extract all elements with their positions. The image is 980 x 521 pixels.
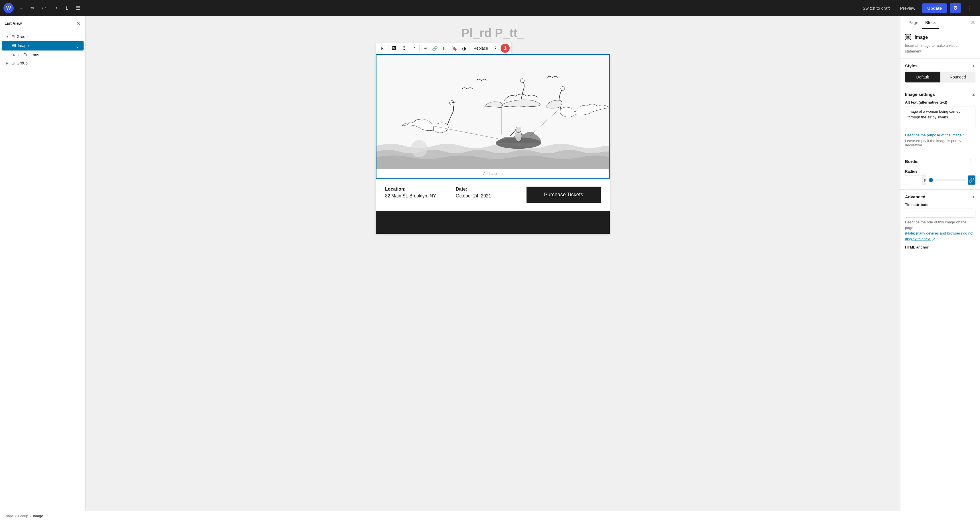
toggle-icon: ▶ [5,62,10,65]
chevron-up-icon: ▲ [972,92,975,97]
select-parent-button[interactable]: ⊡ [378,44,387,53]
border-more-button[interactable]: ⋮ [966,157,975,166]
border-header[interactable]: Border ⋮ [905,157,975,166]
image-block[interactable]: Add caption [376,54,610,178]
left-sidebar: List View ✕ ▾ ⊞ Group 🖼 Image ⋮ ▶ ⊟ Colu… [0,16,86,511]
breadcrumb-group[interactable]: Group [18,514,28,518]
breadcrumb-image: Image [33,514,43,518]
describe-link[interactable]: Describe the purpose of the image [905,133,962,137]
style-default-button[interactable]: Default [905,72,940,83]
breadcrumb-sep-2: › [30,514,31,518]
advanced-header[interactable]: Advanced ▲ [905,194,975,199]
editor-center[interactable]: Pl_rd P_tt_ ⊡ 🖼 ⠿ ⌃ ⊟ 🔗 ⊡ 🔖 ◑ Replace ⋮ … [86,16,900,511]
alt-text-label: Alt text (alternative text) [905,100,975,104]
image-panel-icon: 🖼 [905,33,911,41]
styles-label: Styles [905,63,918,68]
block-info-desc: Insert an image to make a visual stateme… [905,43,975,54]
more-options-block-button[interactable]: ⋮ [491,44,500,53]
event-info: Location: 82 Main St. Brooklyn, NY Date:… [385,186,601,203]
update-button[interactable]: Update [922,3,947,13]
right-sidebar: Page Block ✕ 🖼 Image Insert an image to … [900,16,980,511]
divider [470,45,470,52]
date-label: Date: [456,186,527,192]
location-label: Location: [385,186,456,192]
styles-header[interactable]: Styles ▲ [905,63,975,68]
tab-block[interactable]: Block [922,16,939,29]
sidebar-item-group-1[interactable]: ▾ ⊞ Group [2,32,84,40]
adv-desc-line1: Describe the role of this image on the p… [905,220,966,230]
tab-page[interactable]: Page [905,16,922,29]
block-badge: 1 [501,44,510,53]
styles-section: Styles ▲ Default Rounded [900,59,980,87]
purchase-tickets-button[interactable]: Purchase Tickets [527,186,601,203]
image-caption[interactable]: Add caption [377,169,609,178]
link-radius-button[interactable]: 🔗 [968,175,975,185]
adv-link[interactable]: (Note: many devices and browsers do not … [905,231,974,241]
content-block: Location: 82 Main St. Brooklyn, NY Date:… [376,178,610,211]
page-title: Pl_rd P_tt_ [376,26,610,40]
html-anchor-label: HTML anchor [905,245,975,249]
breadcrumb-page[interactable]: Page [5,514,13,518]
page-title-bar: Pl_rd P_tt_ [376,22,610,42]
block-toolbar: ⊡ 🖼 ⠿ ⌃ ⊟ 🔗 ⊡ 🔖 ◑ Replace ⋮ 1 [376,42,512,54]
block-info-section: 🖼 Image Insert an image to make a visual… [900,29,980,59]
svg-point-5 [520,79,525,83]
list-view-button[interactable]: ☰ [73,3,83,13]
image-settings-section: Image settings ▲ Alt text (alternative t… [900,87,980,152]
alt-text-input[interactable] [905,106,975,129]
date-value: October 24, 2021 [456,193,527,199]
switch-draft-button[interactable]: Switch to draft [859,4,893,12]
title-attr-label: Title attribute [905,202,975,207]
redo-button[interactable]: ↪ [50,3,60,13]
radius-input[interactable]: 0 [905,175,923,185]
link-button[interactable]: 🔗 [430,44,439,53]
undo-button[interactable]: ↩ [39,3,49,13]
svg-point-4 [561,86,565,91]
sidebar-item-columns[interactable]: ▶ ⊟ Columns [2,51,84,59]
group-icon: ⊞ [11,34,15,39]
duotone-button[interactable]: ◑ [460,44,469,53]
media-button[interactable]: 🖼 [390,44,399,53]
group-icon: ⊞ [11,61,15,65]
style-rounded-button[interactable]: Rounded [940,72,976,83]
right-sidebar-tabs: Page Block ✕ [900,16,980,29]
title-attr-input[interactable] [905,209,975,218]
preview-button[interactable]: Preview [897,4,919,12]
more-options-button[interactable]: ⋮ [964,3,974,13]
info-button[interactable]: ℹ [62,3,72,13]
add-block-button[interactable]: ＋ [16,3,26,13]
image-settings-label: Image settings [905,92,935,97]
border-section: Border ⋮ Radius 0 px 🔗 [900,152,980,190]
bookmark-button[interactable]: 🔖 [450,44,459,53]
top-bar-left: ＋ ✏ ↩ ↪ ℹ ☰ [16,3,83,13]
radius-row: 0 px 🔗 [905,175,975,185]
image-icon: 🖼 [12,43,16,48]
top-bar-center: Switch to draft Preview Update ⚙ ⋮ [86,3,977,13]
editor-canvas: Add caption Location: 82 Main St. Brookl… [376,54,610,234]
drag-button[interactable]: ⠿ [399,44,409,53]
divider [419,45,420,52]
chevron-up-icon: ▲ [972,64,975,68]
image-settings-header[interactable]: Image settings ▲ [905,92,975,97]
svg-point-1 [410,140,428,158]
divider [388,45,388,52]
tools-button[interactable]: ✏ [27,3,38,13]
replace-button[interactable]: Replace [471,45,490,52]
breadcrumb-sep-1: › [15,514,16,518]
advanced-label: Advanced [905,194,926,199]
close-panel-button[interactable]: ✕ [970,16,975,29]
sidebar-item-label: Columns [23,53,80,57]
move-button[interactable]: ⌃ [409,44,418,53]
settings-button[interactable]: ⚙ [950,3,961,13]
close-sidebar-button[interactable]: ✕ [76,21,81,26]
more-icon[interactable]: ⋮ [75,43,80,49]
wp-logo-icon[interactable]: W [3,3,14,13]
sidebar-item-image[interactable]: 🖼 Image ⋮ [2,41,84,51]
crop-button[interactable]: ⊡ [440,44,449,53]
main-area: List View ✕ ▾ ⊞ Group 🖼 Image ⋮ ▶ ⊟ Colu… [0,16,980,511]
sidebar-item-label: Group [16,34,80,39]
tree: ▾ ⊞ Group 🖼 Image ⋮ ▶ ⊟ Columns ▶ ⊞ Grou… [0,30,85,70]
radius-slider[interactable] [929,178,966,182]
sidebar-item-group-2[interactable]: ▶ ⊞ Group [2,59,84,67]
align-button[interactable]: ⊟ [421,44,430,53]
